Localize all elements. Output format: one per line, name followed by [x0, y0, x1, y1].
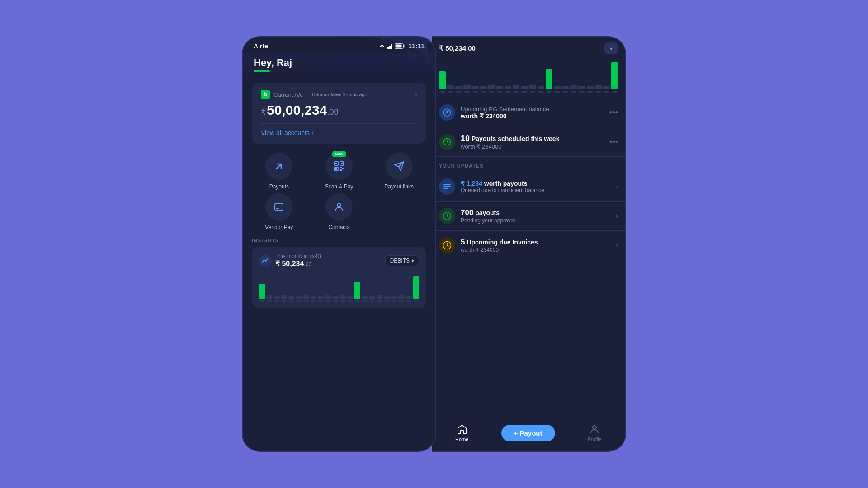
action-scan-pay[interactable]: New: [312, 153, 367, 190]
view-all-link[interactable]: View all accounts ›: [261, 129, 417, 136]
nav-profile[interactable]: Profile: [588, 424, 602, 442]
payout-links-label: Payout links: [384, 183, 414, 190]
scheduled-menu-icon[interactable]: •••: [609, 137, 618, 147]
chart-dot: [332, 300, 338, 302]
account-card: b Current A/c · Data updated 9 mins ago …: [252, 83, 426, 144]
chart-dot: [496, 91, 503, 93]
invoices-subtitle: worth ₹ 234000: [461, 247, 538, 253]
profile-icon: [589, 424, 600, 435]
bar-item: [274, 296, 279, 299]
chart-dot: [562, 91, 569, 93]
bar-item: [578, 86, 585, 89]
top-bar-chart: [439, 58, 618, 89]
greeting-underline: [254, 70, 270, 72]
bar-item: [340, 295, 346, 299]
update-invoices[interactable]: 5 Upcoming due Invoices worth ₹ 234000 ›: [432, 231, 625, 260]
quick-actions-row1: Payouts New: [243, 149, 435, 193]
greeting-text: Hey, Raj: [254, 57, 425, 69]
phone-right: ₹ 50,234.00 ▾ ₹: [432, 36, 626, 452]
pending-icon: [439, 208, 455, 224]
chart-dot: [362, 300, 368, 302]
payout-links-icon: [386, 153, 413, 180]
profile-label: Profile: [588, 436, 602, 442]
svg-rect-14: [342, 168, 344, 169]
bar-item: [496, 86, 503, 89]
bar-item: [377, 295, 382, 299]
bar-item: [595, 85, 602, 89]
insights-month: This month in xx43: [275, 253, 321, 259]
chart-dot: [296, 300, 302, 302]
chart-dot: [406, 300, 412, 302]
bar-item: [318, 296, 324, 299]
bar-item: [369, 296, 375, 299]
action-payout-links[interactable]: Payout links: [372, 153, 426, 190]
chart-dot: [413, 300, 419, 302]
bar-item: [332, 296, 338, 299]
action-vendor-pay[interactable]: Vendor Pay: [252, 193, 307, 230]
account-chevron-icon[interactable]: ›: [415, 90, 417, 99]
settlement-item: ₹ Upcoming PG Settlement balance worth ₹…: [432, 98, 625, 127]
chart-dot: [587, 91, 594, 93]
chart-dot: [274, 300, 279, 302]
chart-dot: [340, 300, 346, 302]
chart-dot: [472, 91, 479, 93]
bar-item: [455, 86, 462, 89]
bar-item: [259, 284, 265, 299]
insights-amount-wrap: ₹ 50,234 .00: [275, 259, 321, 268]
add-payout-button[interactable]: + Payout: [501, 425, 555, 441]
pending-title: 700 payouts: [461, 208, 515, 217]
chart-dot: [318, 300, 324, 302]
payouts-scheduled-title: 10 Payouts scheduled this week: [461, 134, 559, 143]
svg-rect-12: [335, 168, 337, 170]
insights-decimal: .00: [304, 261, 311, 267]
bar-item: [406, 296, 412, 299]
update-pending[interactable]: 700 payouts Pending your approval ›: [432, 202, 625, 231]
bar-item: [488, 85, 495, 89]
brand-logo: b: [261, 90, 270, 99]
chart-dot: [398, 300, 404, 302]
bar-item: [362, 296, 368, 299]
chart-dot: [369, 300, 375, 302]
bar-item: [439, 71, 446, 89]
invoices-chevron-icon: ›: [616, 242, 618, 249]
debits-chevron-icon: ▾: [411, 258, 414, 264]
chart-dot: [546, 91, 552, 93]
top-chart-dots: [439, 91, 618, 93]
queued-subtitle: Queued due to insufficient balance: [461, 187, 544, 193]
chart-dot: [538, 91, 544, 93]
chart-dot: [505, 91, 511, 93]
update-queued[interactable]: ₹ 1,234 worth payouts Queued due to insu…: [432, 172, 625, 202]
chart-dot: [354, 300, 360, 302]
action-payouts[interactable]: Payouts: [252, 153, 307, 190]
bar-item: [288, 296, 294, 299]
chart-dot: [603, 91, 610, 93]
top-balance: ₹ 50,234.00: [439, 44, 476, 52]
settlement-title: Upcoming PG Settlement balance: [461, 106, 549, 113]
account-title: b Current A/c · Data updated 9 mins ago: [261, 90, 368, 99]
svg-rect-16: [275, 204, 283, 210]
chart-dot: [529, 91, 536, 93]
debits-filter-btn[interactable]: DEBITS ▾: [385, 255, 419, 266]
bar-item: [554, 86, 561, 89]
nav-home[interactable]: Home: [455, 424, 468, 442]
currency-symbol: ₹: [261, 107, 266, 117]
period-selector[interactable]: ▾: [604, 42, 618, 54]
quick-actions-row2: Vendor Pay Contacts: [243, 193, 435, 234]
chart-dot: [391, 300, 397, 302]
pending-subtitle: Pending your approval: [461, 217, 515, 224]
queued-title: ₹ 1,234 worth payouts: [461, 180, 544, 187]
pending-chevron-icon: ›: [616, 212, 618, 220]
bar-item: [611, 62, 618, 89]
chart-dot: [288, 300, 294, 302]
action-contacts[interactable]: Contacts: [312, 193, 367, 230]
home-label: Home: [455, 436, 468, 442]
chart-dot: [455, 91, 462, 93]
insights-section: INSIGHTS This month in xx43: [243, 234, 435, 451]
bar-item: [281, 295, 287, 299]
bar-item: [562, 86, 569, 89]
svg-point-23: [593, 426, 596, 429]
invoices-title: 5 Upcoming due Invoices: [461, 238, 538, 247]
settlement-menu-icon[interactable]: •••: [609, 108, 618, 117]
payouts-icon: [265, 153, 292, 180]
bar-item: [398, 295, 404, 299]
